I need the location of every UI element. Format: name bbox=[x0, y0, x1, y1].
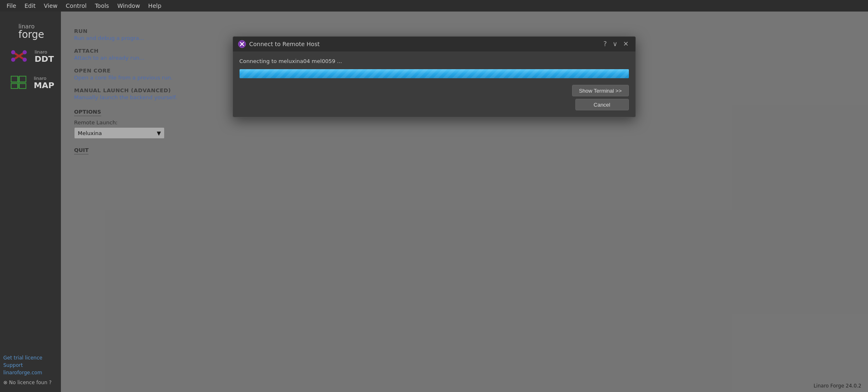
dialog-title-text: Connect to Remote Host bbox=[249, 41, 320, 47]
menu-window[interactable]: Window bbox=[114, 2, 143, 10]
dialog-title-area: Connect to Remote Host bbox=[238, 40, 320, 48]
menu-file[interactable]: File bbox=[3, 2, 19, 10]
menu-help[interactable]: Help bbox=[145, 2, 165, 10]
connecting-text: Connecting to meluxina04 mel0059 ... bbox=[240, 58, 629, 64]
dialog-titlebar: Connect to Remote Host ? ∨ ✕ bbox=[233, 37, 635, 51]
menu-edit[interactable]: Edit bbox=[21, 2, 39, 10]
dialog-app-icon bbox=[238, 40, 246, 48]
modal-overlay: Connect to Remote Host ? ∨ ✕ Connecting … bbox=[0, 12, 868, 392]
menu-tools[interactable]: Tools bbox=[91, 2, 112, 10]
menu-control[interactable]: Control bbox=[63, 2, 90, 10]
dialog-actions: Show Terminal >> Cancel bbox=[240, 85, 629, 110]
dialog-close-button[interactable]: ✕ bbox=[621, 41, 630, 47]
progress-bar-fill bbox=[240, 69, 629, 78]
dialog-help-button[interactable]: ? bbox=[602, 41, 609, 47]
dialog-body: Connecting to meluxina04 mel0059 ... Sho… bbox=[233, 51, 635, 117]
menu-bar: File Edit View Control Tools Window Help bbox=[0, 0, 868, 12]
show-terminal-button[interactable]: Show Terminal >> bbox=[572, 85, 629, 96]
cancel-button[interactable]: Cancel bbox=[575, 99, 629, 110]
menu-view[interactable]: View bbox=[41, 2, 61, 10]
connect-dialog: Connect to Remote Host ? ∨ ✕ Connecting … bbox=[233, 36, 636, 117]
dialog-minimize-button[interactable]: ∨ bbox=[611, 41, 619, 47]
progress-bar-container bbox=[240, 69, 629, 78]
dialog-controls: ? ∨ ✕ bbox=[602, 41, 631, 47]
